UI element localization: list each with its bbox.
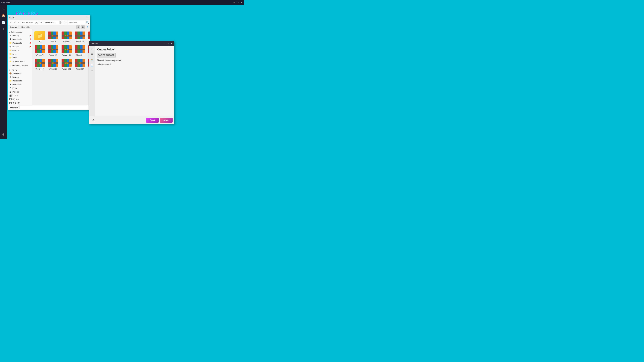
help-button[interactable]: ? [86, 26, 89, 29]
nav-pc-desktop[interactable]: 🖥 Desktop [8, 75, 32, 79]
nav-label: Documents [12, 42, 28, 44]
nav-music[interactable]: 🎵 Music [8, 86, 32, 90]
videos-icon: 🎬 [9, 94, 12, 97]
file-label: Winrar (17) [34, 68, 46, 70]
forward-button[interactable]: → [13, 21, 16, 24]
rar-minimize-button[interactable]: – [162, 42, 166, 45]
nav-one-d2[interactable]: 💾 ONE (D:) [8, 101, 32, 105]
nav-winrar-sep[interactable]: 📁 WINRAR SEP 13 [8, 59, 32, 63]
nav-label: Downloads [12, 38, 28, 40]
file-row: Winrar (17) [34, 58, 88, 70]
main-area: RAR PRO Open ✕ ← → ↑ This PC › TWO (E:) … [7, 5, 244, 139]
rar-list-icon[interactable]: ≡ [90, 68, 94, 72]
rar-icon [34, 45, 45, 54]
nav-label: Videos [12, 94, 31, 96]
nav-downloads[interactable]: ⬇ Downloads 📌 [8, 37, 32, 41]
nav-desktop[interactable]: 🖥 Desktop 📌 [8, 34, 32, 37]
nav-label: Pictures [12, 91, 31, 93]
organize-button[interactable]: Organize ▾ [9, 25, 20, 29]
path-dropdown[interactable]: ▼ [60, 21, 64, 24]
maximize-button[interactable]: □ [236, 1, 239, 4]
list-item[interactable]: Winrar (10) [60, 44, 72, 57]
list-item[interactable]: 📁 4k [34, 31, 46, 43]
list-item[interactable]: Winrar (19) [60, 58, 72, 70]
list-item[interactable]: Winrar (11) [74, 44, 86, 57]
close-button[interactable]: ✕ [240, 1, 243, 4]
rar-back-icon[interactable]: ← [90, 47, 94, 51]
folder-icon: 📁 [9, 49, 12, 51]
file-grid: 📁 4k [32, 29, 90, 105]
path-text: This PC › TWO (E:) › WALLPAPERS › 4k [22, 21, 56, 23]
rar-sidebar: ← ☰ 🏠 📄 ≡ [90, 46, 95, 116]
nav-3d-objects[interactable]: 📦 3D Objects [8, 71, 32, 75]
list-item[interactable]: Winrar (18) [47, 58, 59, 70]
list-item[interactable]: Winrar (9) [47, 44, 59, 57]
nav-pc-downloads[interactable]: ⬇ Downloads [8, 83, 32, 86]
list-item[interactable]: Winrar (20) [74, 58, 86, 70]
address-path[interactable]: This PC › TWO (E:) › WALLPAPERS › 4k [21, 21, 60, 24]
file-label: Winrar (8) [34, 54, 46, 56]
documents-icon: 📁 [9, 42, 12, 44]
rar-icon [48, 59, 58, 67]
view-large-icon[interactable]: ⊞ [76, 25, 80, 29]
sidebar-file-icon[interactable]: 📄 [1, 20, 6, 25]
rar-maximize-button[interactable]: □ [166, 42, 169, 45]
file-name-display: onitor-master.zip [97, 63, 172, 65]
drive-icon: 💾 [9, 102, 12, 104]
new-folder-button[interactable]: New folder [21, 25, 31, 29]
list-item[interactable]: Winrar (17) [34, 58, 46, 70]
file-label: Winrar (9) [47, 54, 59, 56]
rar-icon [75, 59, 85, 67]
nav-onedrive[interactable]: ☁ OneDrive - Personal [8, 64, 32, 67]
nav-temp[interactable]: 📁 Temp [8, 56, 32, 59]
list-item[interactable]: Winrar (1) [60, 31, 72, 43]
minimize-button[interactable]: – [233, 1, 236, 4]
folder-icon: 📁 [9, 53, 12, 55]
rar-home-icon[interactable]: 🏠 [90, 58, 94, 62]
back-button[interactable]: ← [9, 21, 12, 24]
rar-dialog-body: ← ☰ 🏠 📄 ≡ Output Folder TAP TO CHOOSE Fi… [90, 46, 174, 116]
nav-temp-lower[interactable]: 📁 temp [8, 52, 32, 56]
nav-label: Pictures [12, 45, 28, 48]
search-button[interactable]: 🔍 [86, 21, 89, 24]
rar-menu-icon[interactable]: ☰ [90, 52, 94, 56]
nav-videos[interactable]: 🎬 Videos [8, 94, 32, 97]
dialog-title-bar: Open ✕ [8, 15, 90, 20]
rar-icon [48, 31, 58, 40]
nav-pc-pictures[interactable]: 🖼 Pictures [8, 90, 32, 94]
refresh-button[interactable]: ↻ [64, 21, 68, 24]
rar-icon [61, 59, 72, 67]
nav-pc-documents[interactable]: 📁 Documents [8, 79, 32, 83]
nav-pictures[interactable]: 🖼 Pictures 📌 [8, 45, 32, 48]
sidebar-home-icon[interactable]: 🏠 [1, 13, 6, 18]
list-item[interactable]: Winrar (2) [74, 31, 86, 43]
nav-os-c[interactable]: 💾 OS (C:) [8, 97, 32, 101]
folder-icon: 📁 [9, 60, 12, 62]
rar-content: Output Folder TAP TO CHOOSE File(s) to b… [95, 46, 174, 116]
search-input[interactable] [68, 21, 85, 24]
abort-button[interactable]: Abort [160, 118, 172, 123]
nav-label: ONE (D:) [12, 102, 31, 104]
view-small-icon[interactable]: ⊟ [81, 25, 84, 29]
dialog-close-button[interactable]: ✕ [86, 16, 88, 19]
list-item[interactable]: Winrar (8) [34, 44, 46, 57]
nav-label: Music [12, 87, 31, 89]
settings-icon[interactable]: ⚙ [1, 132, 6, 137]
quick-access-header: ▼ Quick access [8, 30, 32, 34]
start-button[interactable]: Start [146, 118, 159, 123]
sidebar-menu-icon[interactable]: ☰ [1, 6, 6, 11]
list-item[interactable]: 390609 [47, 31, 59, 43]
rar-file-icon[interactable]: 📄 [90, 63, 94, 67]
filename-input[interactable] [19, 106, 88, 109]
up-button[interactable]: ↑ [17, 21, 20, 24]
nav-one-d[interactable]: 📁 ONE (D:) [8, 48, 32, 52]
tap-to-choose-button[interactable]: TAP TO CHOOSE [97, 53, 116, 57]
nav-documents[interactable]: 📁 Documents 📌 [8, 41, 32, 45]
dialog-body: ▼ Quick access 🖥 Desktop 📌 ⬇ Downloads 📌… [8, 29, 90, 105]
file-label: Winrar (2) [74, 40, 86, 42]
rar-settings-button[interactable]: ⚙ [91, 118, 96, 122]
expand-icon: ▼ [9, 69, 10, 71]
sidebar-list-icon[interactable]: ≡ [1, 26, 6, 31]
pictures-icon: 🖼 [9, 45, 12, 48]
rar-close-button[interactable]: ✕ [170, 42, 173, 45]
